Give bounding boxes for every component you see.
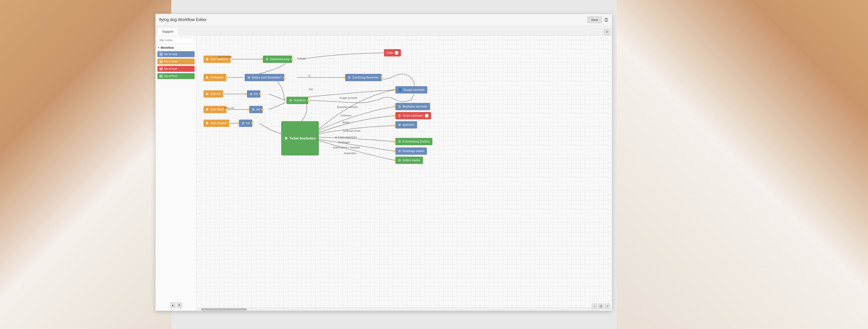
node-item-start[interactable]: ▶ fds wf start bbox=[157, 58, 195, 64]
svg-point-14 bbox=[393, 114, 395, 117]
workflow-canvas[interactable]: Ende Start Benutzer ⚙ Datenerfassung Sch… bbox=[197, 35, 612, 311]
app-title: flying dog Workflow Editor bbox=[159, 17, 587, 22]
gear-icon: ⚙ bbox=[398, 149, 401, 153]
form-icon: ⚙ bbox=[159, 74, 163, 78]
sidebar: Workflow ⚙ fds wf step ▶ fds wf start ■ … bbox=[156, 35, 197, 311]
scrollbar-thumb bbox=[201, 308, 247, 310]
svg-point-12 bbox=[393, 89, 395, 91]
svg-line-5 bbox=[269, 94, 286, 100]
edge-label-gruppe-wechseln: Gruppe wechseln bbox=[339, 97, 357, 99]
gear-icon: ⚙ bbox=[266, 57, 269, 61]
step-icon: ⚙ bbox=[159, 52, 163, 56]
node-item-end[interactable]: ■ fds wf end bbox=[157, 66, 195, 72]
gear-icon: ⚙ bbox=[398, 123, 401, 127]
node-item-form[interactable]: ⚙ fds wf form bbox=[157, 73, 195, 79]
connector bbox=[225, 76, 227, 79]
sidebar-nav: ▲ ▼ bbox=[157, 302, 195, 309]
node-zuordnung-bearbeiter[interactable]: ⚙ Zuordnung Bearbeiter bbox=[345, 74, 382, 81]
connector bbox=[229, 58, 232, 60]
edge-label-schliessen: Schliessen bbox=[341, 114, 351, 117]
play-icon bbox=[206, 92, 209, 95]
gear-icon: ⚙ bbox=[284, 136, 287, 141]
gear-icon: ⚙ bbox=[348, 76, 351, 79]
gear-icon: ⚙ bbox=[250, 92, 253, 96]
node-start-email[interactable]: Start EMail bbox=[204, 106, 226, 113]
edge-label-schliessen-email: Schliessen Email bbox=[343, 130, 360, 132]
node-ticket-schliessen[interactable]: ⚙ Ticket schliessen bbox=[395, 112, 431, 119]
node-start-chatbot[interactable]: Start Chatbot bbox=[204, 119, 229, 127]
svg-point-7 bbox=[245, 93, 247, 95]
svg-point-17 bbox=[393, 150, 395, 152]
zoom-controls: − ⊡ + bbox=[592, 303, 610, 309]
nav-down-button[interactable]: ▼ bbox=[177, 302, 182, 308]
person-icon: 👤 bbox=[398, 88, 402, 92]
node-init-3[interactable]: ⚙ Init bbox=[239, 119, 252, 127]
save-button[interactable]: Save bbox=[587, 17, 602, 23]
menu-icon[interactable]: ☰ bbox=[604, 17, 608, 23]
node-teamkorb[interactable]: ⚙ Teamkorb bbox=[286, 97, 308, 104]
edge-label-email-init: email_init bbox=[224, 107, 234, 109]
node-rueckfrage-starten[interactable]: ⚙ Rückfrage starten bbox=[395, 147, 427, 155]
node-melder-bearbeiter[interactable]: ⚙ Melder auch Bearbeiter? bbox=[245, 74, 284, 81]
node-start-ab[interactable]: Start AB bbox=[204, 90, 223, 98]
node-schliessen[interactable]: Schliessen bbox=[204, 74, 226, 81]
node-bearbeiter-wechseln[interactable]: ⚙ Bearbeiter wechseln bbox=[395, 103, 430, 110]
svg-point-15 bbox=[393, 125, 395, 127]
svg-point-16 bbox=[393, 140, 395, 143]
workflow-header: Workflow bbox=[157, 46, 195, 49]
node-init-1[interactable]: ⚙ Init bbox=[247, 90, 260, 98]
node-speichern[interactable]: ⚙ speichern bbox=[395, 121, 417, 129]
edge-label-else: else: bbox=[309, 88, 313, 90]
tab-support[interactable]: Support bbox=[157, 28, 178, 35]
node-gruppe-wechseln[interactable]: 👤 Gruppe wechseln bbox=[395, 86, 427, 93]
dog-right-image bbox=[617, 0, 868, 329]
svg-point-1 bbox=[260, 58, 263, 60]
end-square bbox=[395, 51, 398, 54]
svg-point-11 bbox=[237, 122, 239, 125]
svg-point-18 bbox=[393, 159, 395, 161]
editor-window: flying dog Workflow Editor Save ☰ Suppor… bbox=[155, 14, 612, 311]
node-entscheidung-extern[interactable]: ⚙ Entscheidung (Extern) bbox=[395, 138, 432, 145]
dog-left-image bbox=[0, 0, 171, 329]
play-icon bbox=[206, 122, 209, 125]
edge-label-zeitlich-planen: Zeitlich planen + Teamkorb bbox=[333, 146, 360, 149]
node-item-step[interactable]: ⚙ fds wf step bbox=[157, 51, 195, 57]
nav-up-button[interactable]: ▲ bbox=[170, 302, 176, 308]
connector bbox=[259, 93, 261, 95]
connector bbox=[291, 58, 293, 60]
tab-add-button[interactable]: + bbox=[604, 29, 610, 35]
node-datenerfassung[interactable]: ⚙ Datenerfassung bbox=[263, 56, 292, 63]
node-zeitlich-starten[interactable]: ⚙ Zeitlich starten bbox=[395, 157, 423, 164]
zoom-out-button[interactable]: − bbox=[592, 303, 597, 309]
title-bar: flying dog Workflow Editor Save ☰ bbox=[156, 14, 612, 26]
connector bbox=[283, 76, 285, 79]
content-area: Workflow ⚙ fds wf step ▶ fds wf start ■ … bbox=[156, 35, 612, 311]
svg-point-4 bbox=[343, 76, 345, 79]
edge-label-an-extern: an Extern weiterleiten bbox=[335, 136, 357, 139]
play-icon bbox=[206, 76, 209, 79]
gear-icon: ⚙ bbox=[247, 76, 250, 79]
gear-icon: ⚙ bbox=[252, 108, 255, 111]
workflow-section: Workflow ⚙ fds wf step ▶ fds wf start ■ … bbox=[157, 46, 195, 80]
tab-bar: Support + bbox=[156, 26, 612, 35]
scrollbar[interactable] bbox=[197, 307, 612, 311]
gear-icon: ⚙ bbox=[398, 140, 401, 143]
connector bbox=[228, 122, 230, 125]
filter-input[interactable] bbox=[157, 37, 195, 43]
zoom-fit-button[interactable]: ⊡ bbox=[598, 303, 604, 309]
edge-label-rueckfragen: Rückfragen bbox=[338, 141, 350, 144]
zoom-in-button[interactable]: + bbox=[604, 303, 610, 309]
edge-label-aendern: ändern bbox=[342, 121, 349, 124]
start-icon: ▶ bbox=[159, 60, 163, 63]
gear-icon: ⚙ bbox=[289, 99, 292, 102]
play-icon bbox=[206, 58, 209, 61]
svg-point-9 bbox=[247, 108, 249, 111]
connector bbox=[307, 99, 310, 102]
play-icon bbox=[206, 108, 209, 111]
node-ticket-bearbeiten[interactable]: ⚙ Ticket bearbeiten bbox=[281, 121, 319, 156]
end-icon: ■ bbox=[159, 67, 163, 71]
node-ende[interactable]: Ende bbox=[384, 49, 401, 56]
gear-icon: ⚙ bbox=[242, 121, 245, 125]
node-init-2[interactable]: ⚙ Init bbox=[249, 106, 263, 113]
edge-label-abbruch: Abbruch bbox=[297, 57, 306, 60]
